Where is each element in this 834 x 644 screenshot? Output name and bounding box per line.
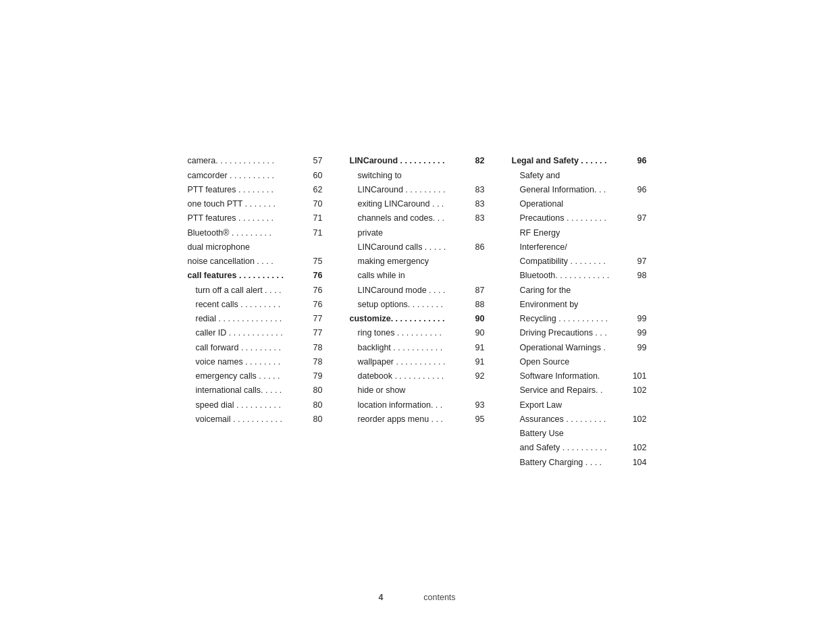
entry-page: 80 [313, 383, 323, 398]
entry-text: location information. . . [358, 398, 473, 412]
entry-page: 70 [313, 197, 323, 211]
entry-page: 76 [313, 269, 323, 283]
list-item: hide or show [350, 383, 485, 398]
entry-page: 79 [313, 369, 323, 383]
entry-text: Assurances . . . . . . . . . [520, 412, 630, 427]
list-item: Legal and Safety . . . . . .96 [512, 154, 647, 168]
entry-text: voicemail . . . . . . . . . . . [196, 412, 311, 427]
entry-text: wallpaper . . . . . . . . . . . [358, 355, 473, 369]
entry-page: 71 [313, 226, 323, 240]
entry-text: channels and codes. . . [358, 211, 473, 225]
list-item: and Safety . . . . . . . . . .102 [512, 441, 647, 455]
entry-page: 92 [475, 369, 485, 383]
list-item: backlight . . . . . . . . . . .91 [350, 341, 485, 355]
entry-page: 57 [313, 154, 323, 168]
entry-page: 91 [475, 341, 485, 355]
entry-text: ring tones . . . . . . . . . . [358, 326, 473, 340]
entry-page: 60 [313, 169, 323, 183]
list-item: noise cancellation . . . .75 [188, 254, 323, 269]
entry-text: call forward . . . . . . . . . [196, 341, 311, 355]
entry-text: Bluetooth. . . . . . . . . . . . [520, 269, 635, 283]
entry-text: recent calls . . . . . . . . . [196, 298, 311, 312]
list-item: Compatibility . . . . . . . .97 [512, 254, 647, 269]
entry-text: camcorder . . . . . . . . . . [188, 169, 311, 183]
entry-page: 90 [475, 326, 485, 340]
list-item: LINCaround . . . . . . . . .83 [350, 183, 485, 197]
entry-text: Open Source [520, 355, 647, 369]
entry-text: reorder apps menu . . . [358, 412, 473, 427]
entry-page: 99 [637, 312, 647, 326]
list-item: setup options. . . . . . . .88 [350, 298, 485, 312]
entry-text: Environment by [520, 298, 647, 312]
entry-text: Operational Warnings . [520, 341, 635, 355]
entry-text: LINCaround . . . . . . . . . . [350, 154, 473, 168]
entry-text: exiting LINCaround . . . [358, 197, 473, 211]
entry-page: 101 [633, 369, 647, 383]
list-item: Service and Repairs. .102 [512, 383, 647, 398]
entry-text: Safety and [520, 169, 647, 183]
list-item: caller ID . . . . . . . . . . . .77 [188, 326, 323, 340]
entry-text: camera. . . . . . . . . . . . . [188, 154, 311, 168]
entry-page: 77 [313, 312, 323, 326]
entry-text: Precautions . . . . . . . . . [520, 211, 635, 225]
entry-page: 102 [633, 412, 647, 427]
entry-text: international calls. . . . . [196, 383, 311, 398]
column-1: camera. . . . . . . . . . . . .57camcord… [188, 154, 323, 427]
list-item: location information. . .93 [350, 398, 485, 412]
list-item: camcorder . . . . . . . . . .60 [188, 169, 323, 183]
entry-page: 96 [637, 183, 647, 197]
entry-page: 99 [637, 326, 647, 340]
list-item: dual microphone [188, 240, 323, 254]
entry-text: Caring for the [520, 284, 647, 298]
list-item: private [350, 226, 485, 240]
entry-text: LINCaround . . . . . . . . . [358, 183, 473, 197]
list-item: switching to [350, 169, 485, 183]
entry-page: 87 [475, 284, 485, 298]
entry-page: 90 [475, 312, 485, 326]
list-item: ring tones . . . . . . . . . .90 [350, 326, 485, 340]
entry-page: 75 [313, 254, 323, 269]
list-item: voice names . . . . . . . .78 [188, 355, 323, 369]
footer-label: contents [423, 593, 455, 602]
entry-text: speed dial . . . . . . . . . . [196, 398, 311, 412]
entry-page: 99 [637, 341, 647, 355]
entry-text: call features . . . . . . . . . . [188, 269, 311, 283]
list-item: Recycling . . . . . . . . . . .99 [512, 312, 647, 326]
entry-page: 95 [475, 412, 485, 427]
entry-text: Service and Repairs. . [520, 383, 630, 398]
list-item: Software Information.101 [512, 369, 647, 383]
entry-text: PTT features . . . . . . . . [188, 211, 311, 225]
list-item: Battery Use [512, 427, 647, 441]
list-item: channels and codes. . .83 [350, 211, 485, 225]
entry-text: private [358, 226, 485, 240]
list-item: speed dial . . . . . . . . . .80 [188, 398, 323, 412]
entry-page: 77 [313, 326, 323, 340]
entry-text: LINCaround mode . . . . [358, 284, 473, 298]
list-item: turn off a call alert . . . .76 [188, 284, 323, 298]
entry-page: 82 [475, 154, 485, 168]
list-item: Bluetooth® . . . . . . . . .71 [188, 226, 323, 240]
list-item: exiting LINCaround . . .83 [350, 197, 485, 211]
entry-page: 97 [637, 211, 647, 225]
entry-text: hide or show [358, 383, 485, 398]
column-3: Legal and Safety . . . . . .96Safety and… [512, 154, 647, 470]
entry-text: dual microphone [188, 240, 323, 254]
entry-text: datebook . . . . . . . . . . . [358, 369, 473, 383]
entry-text: customize. . . . . . . . . . . . [350, 312, 473, 326]
entry-page: 98 [637, 269, 647, 283]
entry-text: Operational [520, 197, 647, 211]
list-item: camera. . . . . . . . . . . . .57 [188, 154, 323, 168]
list-item: Open Source [512, 355, 647, 369]
entry-page: 76 [313, 284, 323, 298]
entry-page: 83 [475, 197, 485, 211]
page: camera. . . . . . . . . . . . .57camcord… [0, 0, 834, 644]
list-item: call forward . . . . . . . . .78 [188, 341, 323, 355]
entry-text: and Safety . . . . . . . . . . [520, 441, 630, 455]
entry-text: Interference/ [520, 240, 647, 254]
entry-text: Battery Charging . . . . [520, 456, 630, 470]
list-item: call features . . . . . . . . . .76 [188, 269, 323, 283]
footer: 4 contents [0, 593, 834, 602]
entry-text: one touch PTT . . . . . . . [188, 197, 311, 211]
entry-page: 102 [633, 441, 647, 455]
entry-text: emergency calls . . . . . [196, 369, 311, 383]
